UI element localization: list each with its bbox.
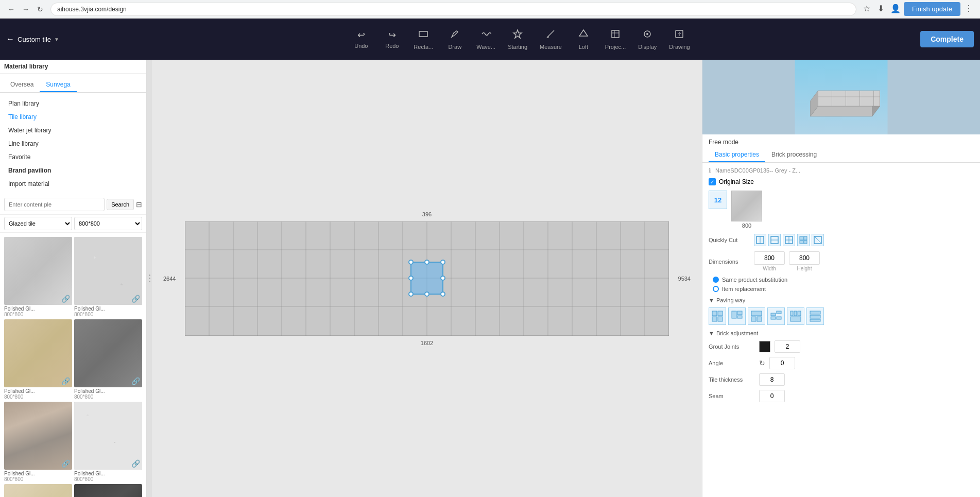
tool-drawing[interactable]: Drawing xyxy=(664,26,695,53)
glazed-tile-select[interactable]: Glazed tile xyxy=(4,217,72,230)
nav-plan-library[interactable]: Plan library xyxy=(0,97,146,110)
loft-icon xyxy=(578,29,589,42)
finish-update-button[interactable]: Finish update xyxy=(904,2,960,16)
paving-icon-3[interactable] xyxy=(748,307,765,325)
rotate-icon[interactable]: ↻ xyxy=(759,359,765,367)
redo-label: Redo xyxy=(385,43,399,49)
tool-draw[interactable]: Draw xyxy=(440,26,469,53)
tool-measure[interactable]: Measure xyxy=(535,26,567,53)
cut-icon-3[interactable] xyxy=(783,234,795,246)
tile-card-7[interactable]: 🔗 Polished Gl... 800*800 xyxy=(4,484,72,497)
seam-label: Seam xyxy=(709,393,755,399)
undo-label: Undo xyxy=(354,43,368,49)
paving-icon-1[interactable] xyxy=(709,307,726,325)
reload-button[interactable]: ↻ xyxy=(34,3,46,15)
svg-rect-68 xyxy=(751,311,762,316)
address-bar[interactable]: aihouse.3vjia.com/design xyxy=(50,3,856,16)
paving-icon-5[interactable] xyxy=(787,307,804,325)
tool-recta[interactable]: Recta... xyxy=(408,26,438,53)
svg-marker-1 xyxy=(513,30,522,38)
tile-card-8[interactable]: 🔗 Polished Gl... 800*800 xyxy=(74,484,142,497)
paving-icon-2[interactable] xyxy=(728,307,746,325)
original-size-checkbox[interactable]: ✓ xyxy=(709,178,716,185)
svg-point-31 xyxy=(425,260,429,264)
brick-adj-title: ▼ Brick adjustment xyxy=(709,330,974,336)
cut-icon-2[interactable] xyxy=(768,234,781,246)
svg-point-4 xyxy=(646,33,648,35)
tile-card-3[interactable]: 🔗 Polished Gl... 800*800 xyxy=(4,319,72,400)
tool-redo[interactable]: ↪ Redo xyxy=(377,26,406,52)
svg-rect-74 xyxy=(777,317,781,319)
tile-card-5[interactable]: 🔗 Polished Gl... 800*800 xyxy=(4,402,72,482)
browser-nav: ← → ↻ xyxy=(5,3,46,15)
nav-favorite[interactable]: Favorite xyxy=(0,150,146,164)
search-button[interactable]: Search xyxy=(107,199,134,210)
dim-height-label: Height xyxy=(797,266,812,271)
tab-sunvega[interactable]: Sunvega xyxy=(40,78,76,92)
nav-line-library[interactable]: Line library xyxy=(0,137,146,150)
svg-rect-64 xyxy=(718,317,723,321)
radio-item-replacement-btn[interactable] xyxy=(713,286,719,292)
tool-loft[interactable]: Loft xyxy=(569,26,598,53)
tile-card-6[interactable]: 🔗 Polished Gl... 800*800 xyxy=(74,402,142,482)
tool-wave[interactable]: Wave... xyxy=(471,26,501,53)
cut-icon-1[interactable] xyxy=(754,234,766,246)
tool-starting[interactable]: Starting xyxy=(503,26,532,53)
tile-card-4[interactable]: 🔗 Polished Gl... 800*800 xyxy=(74,319,142,400)
size-select[interactable]: 800*800 xyxy=(74,217,142,230)
nav-tile-library[interactable]: Tile library xyxy=(0,110,146,124)
tool-project[interactable]: Projec... xyxy=(600,26,631,53)
forward-button[interactable]: → xyxy=(20,3,32,15)
app-back-button[interactable]: ← xyxy=(6,35,14,44)
tool-display[interactable]: Display xyxy=(633,26,662,53)
tile-thumb-3: 🔗 xyxy=(4,319,72,387)
angle-input[interactable] xyxy=(769,357,795,369)
grout-color-swatch[interactable] xyxy=(759,341,770,352)
tile-thumb-2: 🔗 xyxy=(74,237,142,305)
nav-waterjet-library[interactable]: Water jet library xyxy=(0,124,146,137)
tile-size-4: 800*800 xyxy=(74,394,142,400)
paving-icon-4[interactable] xyxy=(767,307,785,325)
tab-brick-processing[interactable]: Brick processing xyxy=(765,148,823,162)
tab-oversea[interactable]: Oversea xyxy=(4,78,40,92)
nav-import-material[interactable]: Import material xyxy=(0,177,146,191)
search-input[interactable] xyxy=(4,198,105,211)
filter-icon[interactable]: ⊟ xyxy=(136,200,142,209)
grout-joints-label: Grout Joints xyxy=(709,344,755,350)
product-info-text: NameSDC00GP0135-- Grey - Z... xyxy=(715,167,974,174)
draw-icon xyxy=(450,29,460,42)
tab-basic-properties[interactable]: Basic properties xyxy=(709,148,765,162)
cut-icon-5[interactable] xyxy=(812,234,824,246)
canvas-area[interactable]: 396 2644 9534 1602 xyxy=(152,60,702,497)
paving-icon-6[interactable] xyxy=(806,307,824,325)
tool-undo[interactable]: ↩ Undo xyxy=(347,26,375,52)
back-button[interactable]: ← xyxy=(5,3,18,15)
display-label: Display xyxy=(638,44,657,50)
complete-button[interactable]: Complete xyxy=(920,31,974,47)
download-button[interactable]: ⬇ xyxy=(875,2,887,14)
angle-row: Angle ↻ xyxy=(709,357,974,369)
grout-joints-input[interactable] xyxy=(775,340,800,353)
seam-input[interactable] xyxy=(759,390,785,402)
dim-width-input[interactable] xyxy=(754,251,785,265)
tile-link-icon-5: 🔗 xyxy=(61,459,70,468)
tile-thickness-input[interactable] xyxy=(759,373,785,386)
tile-floor: 396 2644 9534 1602 xyxy=(185,221,669,336)
tile-link-icon-1: 🔗 xyxy=(61,295,70,303)
tile-card-1[interactable]: 🔗 Polished Gl... 800*800 xyxy=(4,237,72,317)
tile-card-2[interactable]: 🔗 Polished Gl... 800*800 xyxy=(74,237,142,317)
nav-brand-pavilion[interactable]: Brand pavilion xyxy=(0,164,146,177)
bookmark-button[interactable]: ☆ xyxy=(861,2,873,14)
preview-svg xyxy=(702,60,980,134)
size-number-box[interactable]: 12 xyxy=(709,191,727,209)
dropdown-icon[interactable]: ▼ xyxy=(54,37,59,42)
panel-divider[interactable] xyxy=(147,60,152,497)
dim-height-input[interactable] xyxy=(789,251,820,265)
tile-grid: 🔗 Polished Gl... 800*800 🔗 Polished Gl..… xyxy=(0,233,146,497)
brick-adj-label: Brick adjustment xyxy=(716,330,758,336)
cut-icon-4[interactable] xyxy=(797,234,810,246)
right-panel: Free mode Basic properties Brick process… xyxy=(702,60,980,497)
profile-button[interactable]: 👤 xyxy=(889,2,902,14)
more-button[interactable]: ⋮ xyxy=(962,2,975,14)
radio-same-product-btn[interactable] xyxy=(713,277,719,283)
